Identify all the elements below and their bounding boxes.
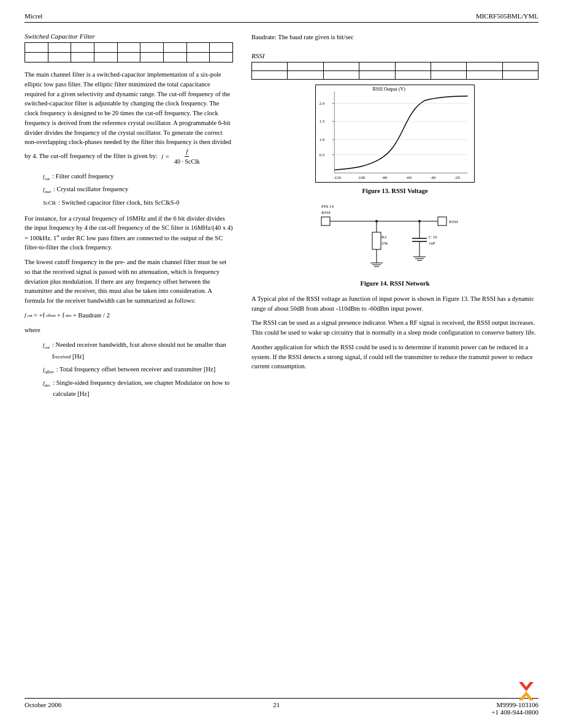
- svg-rect-27: [438, 217, 446, 226]
- svg-text:R2: R2: [381, 235, 387, 240]
- svg-text:-20: -20: [454, 175, 461, 180]
- svg-text:RSSI: RSSI: [321, 210, 331, 215]
- svg-text:1nF: 1nF: [429, 241, 435, 246]
- scf-cell: [25, 43, 48, 53]
- sym-b-text: : Total frequency offset between receive…: [56, 364, 216, 376]
- bw-formula: fcut = +foffset + fdev + Baudrate / 2: [25, 311, 233, 320]
- rssi-cell: [323, 62, 359, 70]
- svg-text:-120: -120: [333, 175, 341, 180]
- rssi-cell: [359, 62, 395, 70]
- symbol-fcut-text: : Filter cutoff frequency: [52, 171, 113, 183]
- scf-cell: [25, 53, 48, 63]
- sym-b-row: foffset : Total frequency offset between…: [43, 364, 233, 376]
- micrel-logo: [514, 679, 538, 703]
- svg-marker-47: [519, 682, 534, 691]
- rssi-text-2: The RSSI can be used as a signal presenc…: [251, 318, 538, 338]
- scf-cell: [186, 43, 210, 53]
- scf-cell: [48, 53, 71, 63]
- circuit-diagram: PIN 14 RSSI RSSI: [315, 202, 475, 275]
- rssi-cell: [502, 70, 538, 79]
- scf-cell: [117, 53, 140, 63]
- svg-text:RSSI Output (V): RSSI Output (V): [372, 86, 405, 92]
- scf-cell: [140, 53, 164, 63]
- rssi-text-3: Another application for which the RSSI c…: [251, 343, 538, 371]
- scf-cell: [210, 43, 233, 53]
- instance-text: For instance, for a crystal frequency of…: [25, 214, 233, 253]
- rssi-cell: [502, 62, 538, 70]
- right-column: Baudrate: The baud rate given is bit/sec…: [251, 32, 538, 405]
- main-content: Switched Capacitor Filter: [25, 32, 538, 405]
- svg-text:RSSI: RSSI: [449, 219, 458, 224]
- scf-cell: [94, 43, 117, 53]
- footer-left: October 2006: [25, 701, 61, 716]
- rssi-cell: [467, 70, 502, 79]
- scf-table: [25, 42, 233, 63]
- rssi-text-1: A Typical plot of the RSSI voltage as fu…: [251, 294, 538, 314]
- symbol-fcut-label: fcut: [43, 172, 50, 183]
- symbol-row-fxtal: fxtal : Crystal oscillator frequency: [43, 184, 233, 195]
- rssi-cell: [288, 62, 323, 70]
- rssi-table: [251, 62, 538, 80]
- symbol-fxtal-text: : Crystal oscillator frequency: [53, 184, 128, 195]
- svg-text:C 10: C 10: [429, 235, 437, 240]
- rssi-title: RSSI: [251, 52, 538, 59]
- svg-text:1.0: 1.0: [320, 137, 325, 142]
- lowest-cutoff-text: The lowest cutoff frequency in the pre- …: [25, 257, 233, 306]
- rssi-cell: [288, 70, 323, 79]
- scf-cell: [163, 53, 186, 63]
- sym-a-label: fcut: [43, 340, 50, 351]
- symbol-row-scclk: ScClk : Switched capacitor filter clock,…: [43, 197, 233, 209]
- rssi-chart: 2.0 1.5 1.0 0.5 -120 -100 -80 -60 -40 -2…: [315, 85, 475, 183]
- symbol-scclk-text: : Switched capacitor filter clock, bits …: [58, 197, 179, 209]
- scf-cell: [71, 43, 94, 53]
- svg-point-46: [418, 220, 421, 222]
- main-text-1: The main channel filter is a switched-ca…: [25, 70, 233, 166]
- sub-symbol-list: fcut : Needed receiver bandwidth, fcut a…: [43, 339, 233, 400]
- left-column: Switched Capacitor Filter: [25, 32, 233, 405]
- rssi-cell: [323, 70, 359, 79]
- rssi-cell: [431, 70, 466, 79]
- circuit-svg: PIN 14 RSSI RSSI: [315, 202, 475, 275]
- scf-title: Switched Capacitor Filter: [25, 32, 233, 40]
- logo-area: [514, 679, 538, 703]
- rssi-cell: [395, 62, 431, 70]
- header-left: Micrel: [25, 12, 42, 20]
- scf-cell: [140, 43, 164, 53]
- svg-text:-80: -80: [381, 175, 388, 180]
- scf-cell: [117, 43, 140, 53]
- footer-center: 21: [273, 701, 280, 716]
- sym-c-row: fdev : Single-sided frequency deviation,…: [43, 377, 233, 401]
- sym-a-row: fcut : Needed receiver bandwidth, fcut a…: [43, 339, 233, 363]
- page-header: Micrel MICRF505BML/YML: [25, 12, 538, 23]
- header-right: MICRF505BML/YML: [476, 12, 538, 20]
- svg-text:-60: -60: [406, 175, 412, 180]
- symbol-fxtal-label: fxtal: [43, 184, 51, 195]
- rssi-cell: [252, 62, 288, 70]
- baudrate-text: Baudrate: The baud rate given is bit/sec: [251, 32, 538, 42]
- svg-text:2.0: 2.0: [320, 100, 325, 105]
- symbol-scclk-label: ScClk: [43, 198, 56, 208]
- rssi-cell: [395, 70, 431, 79]
- scf-cell: [71, 53, 94, 63]
- svg-text:1.5: 1.5: [320, 119, 325, 123]
- scf-cell: [48, 43, 71, 53]
- sym-b-label: foffset: [43, 365, 54, 376]
- svg-text:-40: -40: [430, 175, 436, 180]
- page-footer: October 2006 21 M9999-103106+1 408-944-0…: [25, 698, 538, 716]
- rssi-cell: [252, 70, 288, 79]
- symbol-row-fcut: fcut : Filter cutoff frequency: [43, 171, 233, 183]
- sym-a-text: : Needed receiver bandwidth, fcut above …: [52, 339, 233, 363]
- scf-table-container: [25, 42, 233, 63]
- symbol-list: fcut : Filter cutoff frequency fxtal : C…: [43, 171, 233, 209]
- scf-cell: [186, 53, 210, 63]
- svg-rect-23: [321, 217, 330, 226]
- figure14-caption: Figure 14. RSSI Network: [251, 280, 538, 287]
- rssi-cell: [431, 62, 466, 70]
- page: Micrel MICRF505BML/YML Switched Capacito…: [0, 0, 563, 728]
- sym-c-text: : Single-sided frequency deviation, see …: [53, 377, 233, 401]
- rssi-cell: [359, 70, 395, 79]
- svg-text:0.5: 0.5: [320, 152, 325, 156]
- svg-rect-30: [372, 232, 381, 249]
- where-label: where: [25, 325, 233, 335]
- scf-cell: [163, 43, 186, 53]
